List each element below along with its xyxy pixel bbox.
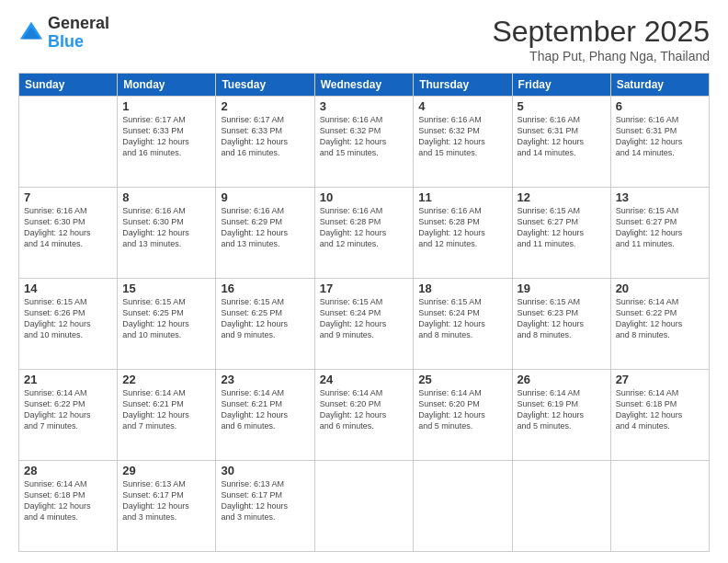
day-number: 21 (24, 373, 112, 386)
calendar-cell: 21Sunrise: 6:14 AM Sunset: 6:22 PM Dayli… (19, 370, 118, 461)
day-number: 24 (320, 373, 409, 386)
calendar-row-3: 21Sunrise: 6:14 AM Sunset: 6:22 PM Dayli… (19, 370, 710, 461)
calendar-cell: 16Sunrise: 6:15 AM Sunset: 6:25 PM Dayli… (216, 279, 314, 370)
day-info: Sunrise: 6:14 AM Sunset: 6:22 PM Dayligh… (616, 296, 704, 341)
day-number: 13 (616, 190, 704, 204)
day-number: 6 (616, 99, 704, 113)
day-info: Sunrise: 6:16 AM Sunset: 6:30 PM Dayligh… (24, 205, 112, 250)
calendar-cell: 29Sunrise: 6:13 AM Sunset: 6:17 PM Dayli… (118, 461, 216, 552)
calendar-cell: 27Sunrise: 6:14 AM Sunset: 6:18 PM Dayli… (610, 370, 709, 461)
day-number: 28 (24, 464, 112, 477)
calendar-cell: 2Sunrise: 6:17 AM Sunset: 6:33 PM Daylig… (216, 97, 314, 188)
day-number: 1 (122, 99, 210, 113)
calendar-cell: 9Sunrise: 6:16 AM Sunset: 6:29 PM Daylig… (216, 188, 314, 279)
day-info: Sunrise: 6:14 AM Sunset: 6:20 PM Dayligh… (320, 387, 409, 432)
day-info: Sunrise: 6:16 AM Sunset: 6:31 PM Dayligh… (616, 114, 704, 159)
calendar-cell: 25Sunrise: 6:14 AM Sunset: 6:20 PM Dayli… (414, 370, 512, 461)
day-info: Sunrise: 6:15 AM Sunset: 6:24 PM Dayligh… (418, 296, 506, 341)
day-number: 10 (320, 190, 409, 204)
day-number: 18 (418, 282, 506, 295)
day-info: Sunrise: 6:17 AM Sunset: 6:33 PM Dayligh… (221, 114, 309, 159)
day-number: 4 (418, 99, 506, 113)
day-info: Sunrise: 6:15 AM Sunset: 6:27 PM Dayligh… (616, 205, 704, 250)
day-info: Sunrise: 6:16 AM Sunset: 6:32 PM Dayligh… (418, 114, 506, 159)
day-number: 8 (122, 190, 210, 204)
calendar-cell: 18Sunrise: 6:15 AM Sunset: 6:24 PM Dayli… (414, 279, 512, 370)
calendar-row-0: 1Sunrise: 6:17 AM Sunset: 6:33 PM Daylig… (19, 97, 710, 188)
day-info: Sunrise: 6:14 AM Sunset: 6:21 PM Dayligh… (122, 387, 210, 432)
calendar-cell: 4Sunrise: 6:16 AM Sunset: 6:32 PM Daylig… (414, 97, 512, 188)
calendar-cell: 6Sunrise: 6:16 AM Sunset: 6:31 PM Daylig… (610, 97, 709, 188)
title-section: September 2025 Thap Put, Phang Nga, Thai… (492, 15, 710, 63)
day-info: Sunrise: 6:14 AM Sunset: 6:20 PM Dayligh… (418, 387, 506, 432)
day-number: 9 (221, 190, 309, 204)
day-number: 17 (320, 282, 409, 295)
day-info: Sunrise: 6:16 AM Sunset: 6:28 PM Dayligh… (418, 205, 506, 250)
calendar-cell (314, 461, 414, 552)
header-day-wednesday: Wednesday (314, 74, 414, 97)
calendar-cell (19, 97, 118, 188)
day-info: Sunrise: 6:15 AM Sunset: 6:25 PM Dayligh… (221, 296, 309, 341)
calendar-cell: 28Sunrise: 6:14 AM Sunset: 6:18 PM Dayli… (19, 461, 118, 552)
location-subtitle: Thap Put, Phang Nga, Thailand (492, 49, 710, 63)
logo: General Blue (18, 15, 109, 52)
day-number: 29 (122, 464, 210, 477)
day-info: Sunrise: 6:16 AM Sunset: 6:31 PM Dayligh… (518, 114, 606, 159)
day-info: Sunrise: 6:16 AM Sunset: 6:29 PM Dayligh… (221, 205, 309, 250)
calendar-cell (512, 461, 610, 552)
day-number: 14 (24, 282, 112, 295)
day-info: Sunrise: 6:13 AM Sunset: 6:17 PM Dayligh… (221, 478, 309, 523)
calendar-cell: 26Sunrise: 6:14 AM Sunset: 6:19 PM Dayli… (512, 370, 610, 461)
day-number: 20 (616, 282, 704, 295)
calendar-body: 1Sunrise: 6:17 AM Sunset: 6:33 PM Daylig… (19, 97, 710, 552)
calendar-cell (414, 461, 512, 552)
day-info: Sunrise: 6:17 AM Sunset: 6:33 PM Dayligh… (122, 114, 210, 159)
day-number: 5 (518, 99, 606, 113)
calendar-row-1: 7Sunrise: 6:16 AM Sunset: 6:30 PM Daylig… (19, 188, 710, 279)
header: General Blue September 2025 Thap Put, Ph… (18, 15, 710, 63)
calendar-cell: 22Sunrise: 6:14 AM Sunset: 6:21 PM Dayli… (118, 370, 216, 461)
calendar-row-2: 14Sunrise: 6:15 AM Sunset: 6:26 PM Dayli… (19, 279, 710, 370)
calendar-cell: 13Sunrise: 6:15 AM Sunset: 6:27 PM Dayli… (610, 188, 709, 279)
calendar-cell: 1Sunrise: 6:17 AM Sunset: 6:33 PM Daylig… (118, 97, 216, 188)
day-number: 19 (518, 282, 606, 295)
day-info: Sunrise: 6:14 AM Sunset: 6:18 PM Dayligh… (616, 387, 704, 432)
calendar-cell: 24Sunrise: 6:14 AM Sunset: 6:20 PM Dayli… (314, 370, 414, 461)
day-number: 12 (518, 190, 606, 204)
day-number: 26 (518, 373, 606, 386)
calendar-cell: 20Sunrise: 6:14 AM Sunset: 6:22 PM Dayli… (610, 279, 709, 370)
header-day-thursday: Thursday (414, 74, 512, 97)
day-info: Sunrise: 6:15 AM Sunset: 6:27 PM Dayligh… (518, 205, 606, 250)
month-title: September 2025 (492, 15, 710, 49)
day-info: Sunrise: 6:16 AM Sunset: 6:32 PM Dayligh… (320, 114, 409, 159)
logo-blue-text: Blue (48, 33, 109, 52)
day-info: Sunrise: 6:14 AM Sunset: 6:22 PM Dayligh… (24, 387, 112, 432)
calendar-cell (610, 461, 709, 552)
calendar-cell: 19Sunrise: 6:15 AM Sunset: 6:23 PM Dayli… (512, 279, 610, 370)
logo-icon (18, 20, 44, 46)
day-number: 27 (616, 373, 704, 386)
day-info: Sunrise: 6:14 AM Sunset: 6:19 PM Dayligh… (518, 387, 606, 432)
day-number: 23 (221, 373, 309, 386)
day-number: 25 (418, 373, 506, 386)
day-info: Sunrise: 6:13 AM Sunset: 6:17 PM Dayligh… (122, 478, 210, 523)
day-number: 3 (320, 99, 409, 113)
calendar-cell: 5Sunrise: 6:16 AM Sunset: 6:31 PM Daylig… (512, 97, 610, 188)
header-day-sunday: Sunday (19, 74, 118, 97)
page: General Blue September 2025 Thap Put, Ph… (0, 0, 728, 563)
calendar-cell: 30Sunrise: 6:13 AM Sunset: 6:17 PM Dayli… (216, 461, 314, 552)
calendar-cell: 10Sunrise: 6:16 AM Sunset: 6:28 PM Dayli… (314, 188, 414, 279)
day-number: 22 (122, 373, 210, 386)
day-info: Sunrise: 6:16 AM Sunset: 6:28 PM Dayligh… (320, 205, 409, 250)
calendar-cell: 23Sunrise: 6:14 AM Sunset: 6:21 PM Dayli… (216, 370, 314, 461)
calendar-cell: 12Sunrise: 6:15 AM Sunset: 6:27 PM Dayli… (512, 188, 610, 279)
day-info: Sunrise: 6:15 AM Sunset: 6:25 PM Dayligh… (122, 296, 210, 341)
header-row: SundayMondayTuesdayWednesdayThursdayFrid… (19, 74, 710, 97)
day-number: 15 (122, 282, 210, 295)
logo-general-text: General (48, 15, 109, 33)
calendar-cell: 11Sunrise: 6:16 AM Sunset: 6:28 PM Dayli… (414, 188, 512, 279)
calendar-cell: 8Sunrise: 6:16 AM Sunset: 6:30 PM Daylig… (118, 188, 216, 279)
day-info: Sunrise: 6:15 AM Sunset: 6:26 PM Dayligh… (24, 296, 112, 341)
calendar-table: SundayMondayTuesdayWednesdayThursdayFrid… (18, 73, 710, 552)
day-number: 2 (221, 99, 309, 113)
